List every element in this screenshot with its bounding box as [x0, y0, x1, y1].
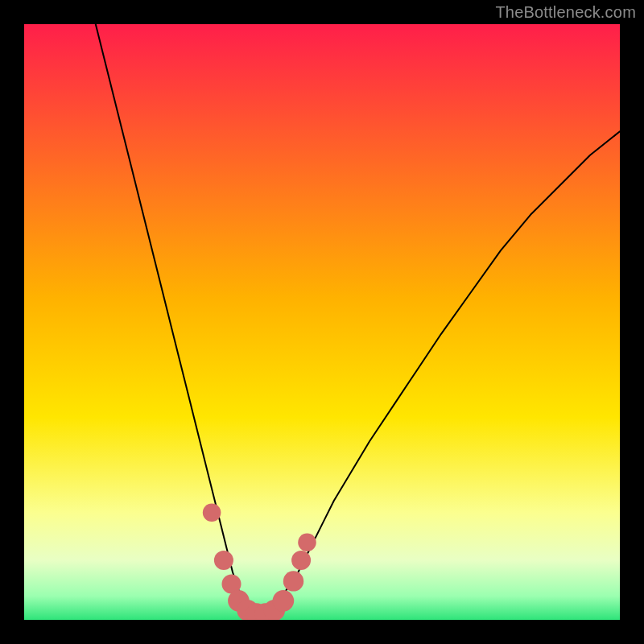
watermark-text: TheBottleneck.com [495, 3, 636, 22]
gradient-rect [24, 24, 620, 620]
marker-dot [203, 504, 221, 522]
marker-dot [214, 551, 233, 570]
marker-dot [273, 590, 295, 612]
chart-svg [24, 24, 620, 620]
plot-area [24, 24, 620, 620]
marker-dot [291, 551, 311, 570]
marker-dot [283, 571, 303, 591]
chart-frame: TheBottleneck.com [0, 0, 644, 644]
marker-dot [298, 534, 316, 552]
